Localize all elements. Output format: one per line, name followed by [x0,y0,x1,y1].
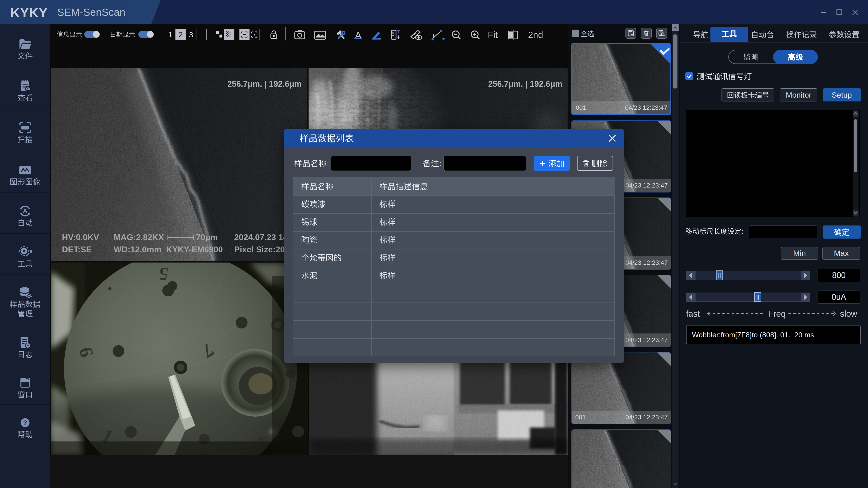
svg-text:?: ? [23,419,27,426]
svg-text:2nd: 2nd [528,30,543,40]
svg-text:A: A [23,207,28,215]
svg-text:Fit: Fit [488,30,498,40]
